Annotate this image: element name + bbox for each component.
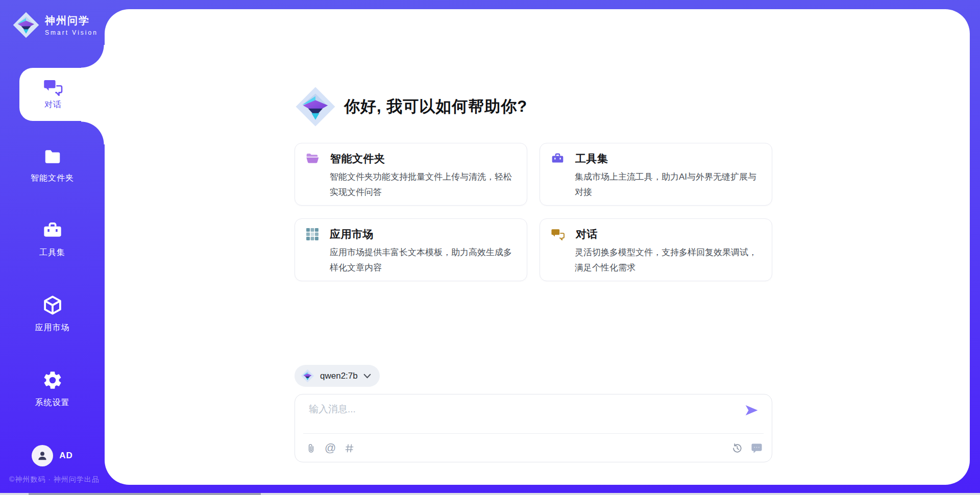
card-chat[interactable]: 对话 灵活切换多模型文件，支持多样回复效果调试，满足个性化需求 [540,218,772,281]
copyright-text: ©神州数码 · 神州问学出品 [9,475,100,484]
horizontal-scrollbar-thumb[interactable] [29,493,261,495]
user-account[interactable]: AD [0,445,105,466]
brand-gem-icon [295,86,336,128]
chat-bubble-icon[interactable] [751,443,763,454]
sidebar-item-label: 工具集 [0,247,105,258]
card-app-market[interactable]: 应用市场 应用市场提供丰富长文本模板，助力高效生成多样化文章内容 [295,218,527,281]
hashtag-icon[interactable] [345,443,354,453]
cube-icon [42,294,63,316]
card-title: 智能文件夹 [330,152,385,166]
sidebar-item-toolset[interactable]: 工具集 [0,220,105,258]
toolbox-icon [42,220,63,241]
sidebar-item-chat[interactable]: 对话 [19,68,112,121]
brand-name: 神州问学 [45,14,98,28]
card-toolset[interactable]: 工具集 集成市场上主流工具，助力AI与外界无缝扩展与对接 [540,143,772,206]
sidebar-item-label: 系统设置 [0,398,105,408]
sidebar-item-label: 对话 [44,100,62,110]
sidebar-item-app-market[interactable]: 应用市场 [0,294,105,333]
send-icon[interactable] [744,403,759,418]
message-composer: @ [295,394,772,462]
message-input[interactable] [309,403,738,429]
model-name: qwen2:7b [320,371,358,381]
sidebar-item-label: 应用市场 [0,323,105,333]
chat-bubbles-icon [551,228,565,240]
sidebar-item-smart-folder[interactable]: 智能文件夹 [0,147,105,184]
card-description: 灵活切换多模型文件，支持多样回复效果调试，满足个性化需求 [575,245,760,276]
card-title: 应用市场 [330,227,374,241]
card-title: 工具集 [575,152,608,166]
toolbox-icon [551,152,565,165]
brand-gem-icon [12,11,40,39]
gear-icon [42,369,63,391]
folder-icon [42,147,63,166]
card-title: 对话 [576,227,598,241]
sidebar-item-settings[interactable]: 系统设置 [0,369,105,408]
history-icon[interactable] [731,442,743,454]
main-content-area: 你好, 我可以如何帮助你? 智能文件夹 智能文件夹功能支持批量文件上传与清洗，轻… [105,9,970,485]
sidebar-item-label: 智能文件夹 [0,173,105,184]
tab-fillet-top [81,45,105,68]
card-smart-folder[interactable]: 智能文件夹 智能文件夹功能支持批量文件上传与清洗，轻松实现文件问答 [295,143,527,206]
card-description: 应用市场提供丰富长文本模板，助力高效生成多样化文章内容 [330,245,514,276]
feature-cards: 智能文件夹 智能文件夹功能支持批量文件上传与清洗，轻松实现文件问答 工具集 集成… [295,143,772,281]
chevron-down-icon [363,374,371,379]
tab-fillet-bottom [81,121,105,144]
card-description: 集成市场上主流工具，助力AI与外界无缝扩展与对接 [575,169,760,200]
greeting-title: 你好, 我可以如何帮助你? [344,96,527,117]
attach-icon[interactable] [306,443,316,454]
user-initials: AD [59,451,73,461]
mention-icon[interactable]: @ [325,442,336,454]
chat-bubbles-icon [43,79,63,96]
app-logo: 神州问学 Smart Vision [12,11,98,39]
model-gem-icon [301,369,314,383]
card-description: 智能文件夹功能支持批量文件上传与清洗，轻松实现文件问答 [330,169,514,200]
folder-open-icon [306,153,320,165]
model-selector[interactable]: qwen2:7b [295,365,380,387]
avatar [32,445,53,466]
app-grid-icon [306,228,319,241]
brand-subtitle: Smart Vision [45,29,98,36]
greeting-block: 你好, 我可以如何帮助你? [295,86,527,128]
